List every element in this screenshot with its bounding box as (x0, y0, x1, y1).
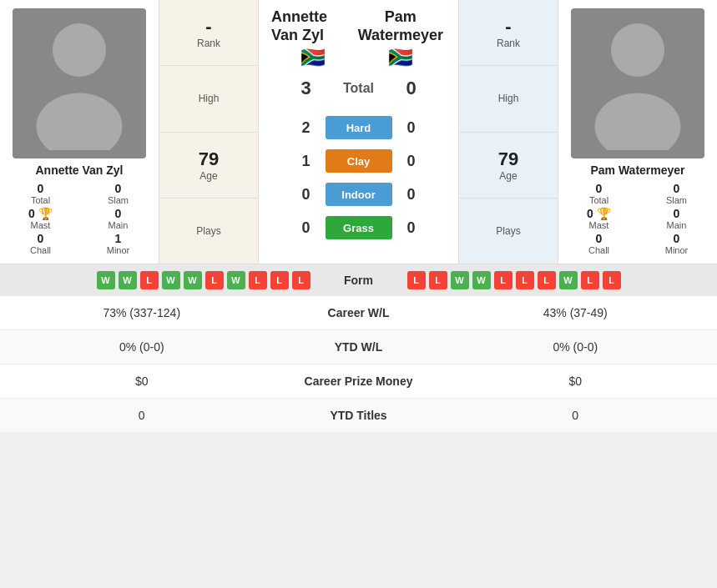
right-stat-minor: 0 Minor (643, 232, 710, 255)
clay-badge: Clay (326, 149, 392, 173)
right-name-flag: Pam Watermeyer 🇿🇦 (356, 8, 446, 69)
left-player-card: Annette Van Zyl 0 Total 0 Slam 0 🏆 Mast (0, 0, 159, 264)
left-stat-minor: 1 Minor (84, 232, 152, 255)
right-rank-value: - (505, 16, 511, 38)
left-player-stats: 0 Total 0 Slam 0 🏆 Mast 0 Main (7, 182, 152, 255)
ytd-titles-label: YTD Titles (275, 409, 442, 422)
form-badge-left: L (270, 271, 289, 289)
right-main-value: 0 (643, 207, 710, 220)
form-badge-right: L (494, 271, 513, 289)
form-badge-left: W (184, 271, 202, 289)
right-stat-mast: 0 🏆 Mast (565, 207, 633, 230)
form-badge-right: L (429, 271, 447, 289)
prize-money-row: $0 Career Prize Money $0 (0, 364, 717, 399)
right-high-value: High (498, 93, 519, 104)
right-center-name: Pam Watermeyer (356, 8, 446, 44)
left-age-label: Age (199, 170, 217, 182)
form-badge-right: L (407, 271, 426, 289)
ytd-wl-right: 0% (0-0) (442, 340, 709, 354)
left-main-label: Main (84, 220, 152, 230)
form-badge-left: L (249, 271, 267, 289)
grass-row: 0 Grass 0 (259, 211, 458, 244)
form-badge-right: L (603, 271, 621, 289)
prize-money-right: $0 (442, 374, 709, 388)
left-plays-box: Plays (159, 199, 258, 264)
left-trophy-icon: 🏆 (38, 207, 53, 220)
svg-point-3 (595, 93, 681, 150)
right-slam-value: 0 (643, 182, 710, 195)
grass-left: 0 (294, 219, 319, 237)
left-total-label: Total (7, 195, 74, 205)
form-section: WWLWWLWLLL Form LLWWLLLWLL (0, 264, 717, 296)
right-age-box: 79 Age (459, 133, 558, 199)
left-high-box: High (159, 66, 258, 132)
player-names-row: Annette Van Zyl 🇿🇦 Pam Watermeyer 🇿🇦 (259, 0, 458, 69)
right-plays-label: Plays (496, 225, 520, 237)
left-slam-label: Slam (84, 195, 152, 205)
center-area: Annette Van Zyl 🇿🇦 Pam Watermeyer 🇿🇦 3 T… (259, 0, 458, 264)
right-total-value: 0 (565, 182, 633, 195)
svg-point-2 (611, 23, 664, 77)
left-flag: 🇿🇦 (300, 46, 326, 69)
right-stat-total: 0 Total (565, 182, 633, 205)
left-rank-panel: - Rank High 79 Age Plays (159, 0, 259, 264)
right-chall-value: 0 (565, 232, 633, 245)
career-wl-left: 73% (337-124) (8, 306, 275, 319)
ytd-titles-left: 0 (8, 409, 275, 422)
form-badge-right: W (472, 271, 491, 289)
form-label: Form (317, 274, 401, 287)
total-label: Total (326, 81, 392, 96)
right-plays-box: Plays (459, 199, 558, 264)
right-player-stats: 0 Total 0 Slam 0 🏆 Mast 0 Main (565, 182, 710, 255)
left-player-avatar (13, 8, 146, 158)
hard-row: 2 Hard 0 (259, 111, 458, 144)
left-mast-value: 0 🏆 (7, 207, 74, 220)
indoor-right: 0 (399, 186, 424, 204)
left-total-value: 0 (7, 182, 74, 195)
form-badge-right: W (559, 271, 578, 289)
clay-left: 1 (294, 153, 319, 170)
right-flag: 🇿🇦 (388, 46, 413, 69)
right-player-card: Pam Watermeyer 0 Total 0 Slam 0 🏆 Mast (558, 0, 717, 264)
right-trophy-icon: 🏆 (597, 207, 611, 220)
form-badge-left: W (119, 271, 137, 289)
right-high-box: High (459, 66, 558, 132)
right-age-label: Age (499, 170, 517, 182)
indoor-badge: Indoor (326, 183, 392, 206)
form-right: LLWWLLLWLL (407, 271, 709, 289)
main-container: Annette Van Zyl 0 Total 0 Slam 0 🏆 Mast (0, 0, 717, 433)
right-rank-label: Rank (497, 38, 520, 49)
form-badge-left: W (97, 271, 115, 289)
left-rank-label: Rank (197, 38, 220, 49)
right-slam-label: Slam (643, 195, 710, 205)
right-rank-box: - Rank (459, 0, 558, 66)
left-slam-value: 0 (84, 182, 152, 195)
form-badge-left: W (227, 271, 245, 289)
left-age-box: 79 Age (159, 133, 258, 199)
ytd-wl-label: YTD W/L (275, 340, 442, 354)
left-minor-label: Minor (84, 245, 152, 255)
hard-badge: Hard (326, 116, 392, 139)
indoor-left: 0 (294, 186, 319, 204)
form-badge-left: L (140, 271, 159, 289)
right-rank-panel: - Rank High 79 Age Plays (458, 0, 558, 264)
indoor-row: 0 Indoor 0 (259, 178, 458, 211)
prize-money-left: $0 (8, 374, 275, 388)
career-wl-label: Career W/L (275, 306, 442, 319)
right-stat-chall: 0 Chall (565, 232, 633, 255)
ytd-titles-row: 0 YTD Titles 0 (0, 399, 717, 433)
form-badge-right: L (538, 271, 556, 289)
right-player-name: Pam Watermeyer (590, 163, 684, 177)
left-stat-mast: 0 🏆 Mast (7, 207, 74, 230)
form-badge-left: L (292, 271, 311, 289)
right-age-value: 79 (498, 148, 518, 170)
surface-rows: 2 Hard 0 1 Clay 0 0 Indoor 0 0 Grass (259, 108, 458, 248)
left-player-name: Annette Van Zyl (35, 163, 123, 177)
right-minor-value: 0 (643, 232, 710, 245)
form-badge-left: W (162, 271, 180, 289)
total-right-score: 0 (399, 78, 424, 99)
left-name-flag: Annette Van Zyl 🇿🇦 (271, 8, 356, 69)
grass-right: 0 (399, 219, 424, 237)
clay-right: 0 (399, 153, 424, 170)
career-wl-row: 73% (337-124) Career W/L 43% (37-49) (0, 296, 717, 330)
